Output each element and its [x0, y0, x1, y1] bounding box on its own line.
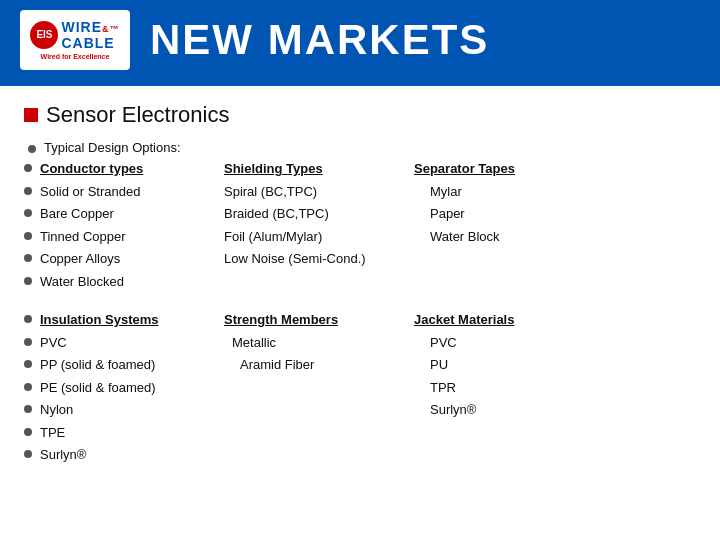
group1-col2-header: Shielding Types [224, 159, 414, 179]
group1-col3: Separator Tapes Mylar Paper Water Block [414, 159, 574, 294]
page-title: NEW MARKETS [150, 16, 489, 64]
logo-tagline: Wired for Excellence [41, 53, 110, 60]
list-item: Water Block [414, 227, 574, 247]
bullet-icon [24, 315, 32, 323]
group1-row: Conductor types Solid or Stranded Bare C… [24, 159, 696, 294]
logo: EIS WIRE&™ CABLE Wired for Excellence [20, 10, 130, 70]
list-item: Nylon [24, 400, 224, 420]
list-item: Surlyn® [24, 445, 224, 465]
list-item: Foil (Alum/Mylar) [224, 227, 414, 247]
section-title-text: Sensor Electronics [46, 102, 229, 128]
group2-col2-header: Strength Members [224, 310, 414, 330]
bullet-icon [24, 428, 32, 436]
group2-col3: Jacket Materials PVC PU TPR Surlyn® [414, 310, 574, 468]
header: EIS WIRE&™ CABLE Wired for Excellence NE… [0, 0, 720, 80]
list-item: Spiral (BC,TPC) [224, 182, 414, 202]
bullet-icon [24, 450, 32, 458]
list-item: PE (solid & foamed) [24, 378, 224, 398]
design-options-label: Typical Design Options: [44, 140, 181, 155]
group2-col3-header: Jacket Materials [414, 310, 574, 330]
group1-col1-header: Conductor types [24, 159, 224, 179]
list-item: PVC [414, 333, 574, 353]
list-item: TPR [414, 378, 574, 398]
list-item: Solid or Stranded [24, 182, 224, 202]
group2-col1: Insulation Systems PVC PP (solid & foame… [24, 310, 224, 468]
logo-circle: EIS [30, 21, 58, 49]
list-item: PU [414, 355, 574, 375]
list-item: Tinned Copper [24, 227, 224, 247]
group1-col3-header: Separator Tapes [414, 159, 574, 179]
section-bullet [24, 108, 38, 122]
list-item: TPE [24, 423, 224, 443]
main-content: Sensor Electronics Typical Design Option… [0, 86, 720, 540]
bullet-icon [24, 383, 32, 391]
list-item: Bare Copper [24, 204, 224, 224]
list-item: Mylar [414, 182, 574, 202]
bullet-icon [24, 209, 32, 217]
list-item: Braided (BC,TPC) [224, 204, 414, 224]
bullet-icon [24, 232, 32, 240]
bullet-icon [24, 338, 32, 346]
options-bullet [28, 145, 36, 153]
list-item: PVC [24, 333, 224, 353]
spacer [24, 296, 696, 310]
list-item: Aramid Fiber [224, 355, 414, 375]
bullet-icon [24, 277, 32, 285]
group2-col1-header: Insulation Systems [24, 310, 224, 330]
list-item: PP (solid & foamed) [24, 355, 224, 375]
group1-col2: Shielding Types Spiral (BC,TPC) Braided … [224, 159, 414, 294]
section-title: Sensor Electronics [24, 102, 696, 128]
bullet-icon [24, 187, 32, 195]
group2-row: Insulation Systems PVC PP (solid & foame… [24, 310, 696, 468]
bullet-icon [24, 254, 32, 262]
group1-col1: Conductor types Solid or Stranded Bare C… [24, 159, 224, 294]
list-item: Surlyn® [414, 400, 574, 420]
list-item: Low Noise (Semi-Cond.) [224, 249, 414, 269]
list-item: Copper Alloys [24, 249, 224, 269]
bullet-icon [24, 360, 32, 368]
list-item: Metallic [224, 333, 414, 353]
list-item: Water Blocked [24, 272, 224, 292]
bullet-icon [24, 405, 32, 413]
group2-col2: Strength Members Metallic Aramid Fiber [224, 310, 414, 468]
bullet-icon [24, 164, 32, 172]
list-item: Paper [414, 204, 574, 224]
